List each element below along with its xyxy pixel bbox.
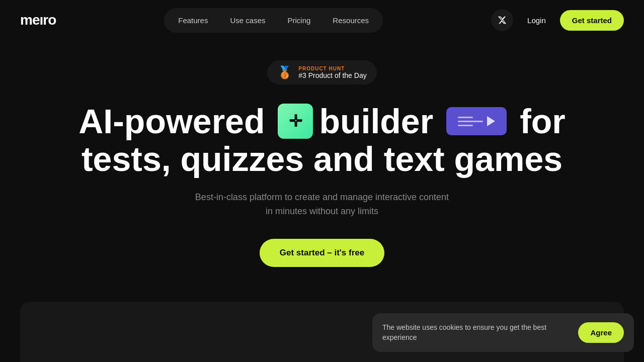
hero-subtitle-line1: Best-in-class platform to create and man… [195,192,449,202]
heading-word-ai-powered: AI-powered [78,103,265,140]
nav-link-resources[interactable]: Resources [323,12,379,29]
heading-word-builder: builder [319,103,433,140]
arrow-line-1 [458,117,473,118]
heading-word-for: for [520,103,566,140]
nav-link-pricing[interactable]: Pricing [278,12,321,29]
hero-subtitle-line2: in minutes without any limits [266,206,378,216]
product-hunt-title: #3 Product of the Day [298,71,366,79]
twitter-button[interactable] [491,9,513,31]
arrow-line-3 [458,125,473,126]
logo[interactable]: meıro [20,12,56,28]
arrow-icon [446,107,507,135]
product-hunt-text: PRODUCT HUNT #3 Product of the Day [298,66,366,79]
hero-section: 🥉 PRODUCT HUNT #3 Product of the Day AI-… [0,40,644,297]
hero-subtitle: Best-in-class platform to create and man… [195,190,449,219]
cta-button[interactable]: Get started – it's free [260,239,384,267]
navbar: meıro Features Use cases Pricing Resourc… [0,0,644,40]
agree-button[interactable]: Agree [578,322,624,343]
arrow-line-2 [458,121,483,122]
cookie-text: The website uses cookies to ensure you g… [382,323,568,342]
hero-heading: AI-powered builder for tests, quizzes an… [70,103,574,178]
crosshair-icon [278,104,313,139]
get-started-nav-button[interactable]: Get started [560,10,624,31]
nav-link-use-cases[interactable]: Use cases [220,12,275,29]
product-hunt-label: PRODUCT HUNT [298,66,366,71]
nav-right: Login Get started [491,9,624,31]
x-icon [498,16,507,25]
nav-links: Features Use cases Pricing Resources [164,8,383,33]
cookie-banner: The website uses cookies to ensure you g… [372,313,634,352]
nav-link-features[interactable]: Features [168,12,218,29]
heading-line2: tests, quizzes and text games [70,140,574,178]
medal-icon: 🥉 [277,65,292,79]
arrow-lines [458,117,483,126]
product-hunt-badge[interactable]: 🥉 PRODUCT HUNT #3 Product of the Day [267,60,376,84]
arrow-head [487,116,495,126]
login-button[interactable]: Login [519,12,554,29]
